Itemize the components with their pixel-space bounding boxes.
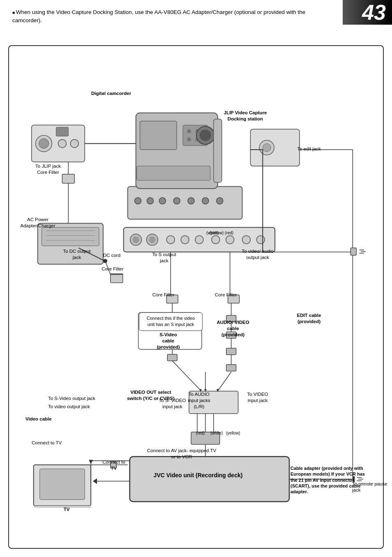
svg-rect-110 [350,248,356,255]
label-tv: TV [54,506,79,513]
label-to-audio-input: To AUDIO input jacks (L/R) [184,391,214,410]
svg-point-5 [188,198,194,204]
label-video-out-switch: VIDEO OUT select switch (Y/C or CVBS) [126,389,175,402]
svg-point-24 [39,139,49,148]
svg-point-1 [135,198,141,204]
label-red-bottom: (red) [196,430,205,436]
svg-point-41 [166,236,175,244]
label-to-video-input: To VIDEO input jack [245,391,270,404]
label-to-video-audio-output: To video/ audio output jack [237,248,278,261]
callout-s-input: Connect this if the video unit has an S … [139,312,203,331]
svg-rect-48 [62,174,74,183]
label-dc-cord: DC cord [101,252,122,259]
svg-point-43 [195,236,203,244]
svg-point-46 [242,236,251,244]
label-red: (red) [225,230,233,236]
svg-rect-91 [130,457,289,502]
label-to-dc-output: To DC output jack [58,248,95,261]
svg-rect-0 [128,187,242,220]
svg-line-80 [172,361,201,391]
svg-rect-93 [40,469,85,500]
label-core-filter-right: Core Filter [214,292,237,298]
svg-point-25 [58,139,66,148]
svg-point-26 [70,139,78,148]
label-jvc-unit: JVC Video unit (Recording deck) [153,471,243,479]
svg-point-7 [217,198,223,204]
camcorder-illustration [128,113,242,219]
svg-rect-78 [226,365,236,371]
label-connect-to-tv-btn: Connect to TV [99,459,128,471]
svg-rect-17 [137,166,210,180]
svg-point-6 [202,198,209,204]
label-edit-cable: EDIT cable (provided) [291,312,327,325]
label-core-filter-mid: Core Filter [100,266,125,272]
svg-rect-27 [56,127,68,136]
svg-marker-96 [93,478,97,484]
label-white-bottom: (white) [210,430,223,436]
svg-marker-100 [89,460,93,464]
label-to-edit-jack: To edit jack [291,146,327,152]
label-video-cable: Video cable [25,416,67,422]
svg-point-21 [263,143,271,152]
svg-point-13 [187,137,191,141]
page-header: 43 [343,0,392,25]
label-yellow-bottom: (yellow) [226,430,240,436]
diagram-area: Digital camcorder JLIP Video Capture Doc… [8,45,384,549]
label-audio-video-cable: AUDIO/ VIDEO cable (provided) [217,319,249,338]
svg-point-3 [159,198,166,204]
svg-rect-9 [140,121,177,150]
svg-point-38 [133,236,139,243]
label-svideo-cable: S-Video cable (provided) [153,332,184,350]
svg-point-4 [173,198,180,204]
svg-rect-30 [42,227,99,246]
label-core-filter-left: Core Filter [152,292,175,298]
label-to-s-output: To S output jack [151,252,178,264]
label-core-filter-top: Core Filter [32,169,65,176]
label-connect-to-tv-top: Connect to TV [32,440,93,446]
svg-point-2 [147,198,154,204]
label-to-video-output: To video output jack [48,404,130,410]
svg-rect-18 [214,119,222,182]
label-to-jlip: To JLIP jack [32,163,65,169]
svg-rect-49 [111,274,123,283]
label-to-remote-pause: To remote pause jack [352,481,389,493]
label-jlip-docking: JLIP Video Capture Docking station [219,110,272,122]
svg-point-44 [212,236,220,244]
label-connect-to-av: Connect to AV jack- equipped TV or to VC… [145,448,219,460]
label-ac-adapter: AC Power Adapter/Charger [19,217,56,229]
svg-point-42 [181,236,189,244]
label-to-svideo-output: To S-Video output jack [48,395,130,402]
label-white: (white) [206,230,219,236]
svg-line-82 [218,372,231,391]
label-digital-camcorder: Digital camcorder [91,90,131,97]
svg-point-47 [256,236,265,244]
svg-point-16 [200,129,211,141]
svg-point-11 [187,129,191,133]
svg-point-40 [149,236,156,243]
page-number: 43 [362,0,386,25]
svg-point-45 [226,236,234,244]
svg-rect-70 [167,354,177,361]
top-note: When using the Video Capture Docking Sta… [12,8,334,25]
svg-rect-76 [226,348,236,355]
